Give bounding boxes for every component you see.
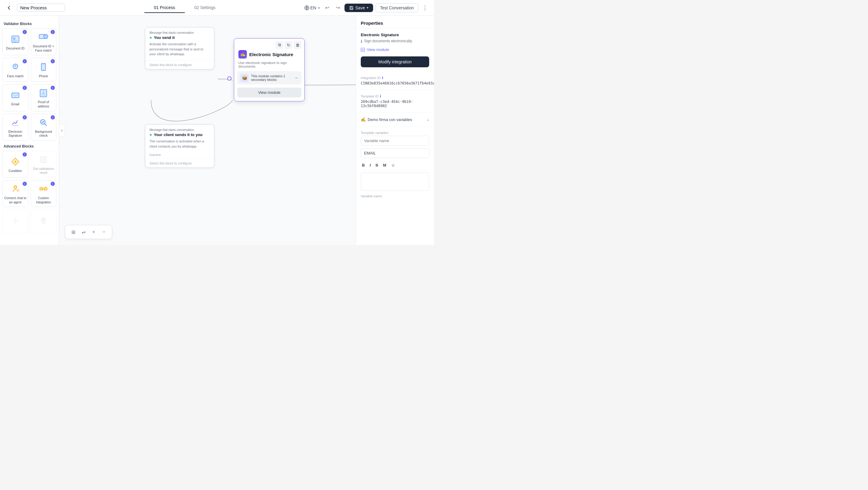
block-label: Get validations result	[32, 167, 55, 175]
node-footer: Select this block to configure	[145, 159, 214, 168]
esig-toolbar: ⧉ ↻ 🗑	[234, 39, 304, 49]
block-label: Proof of address	[32, 100, 55, 108]
esig-module-arrow-icon[interactable]: →	[293, 75, 299, 81]
block-background-check[interactable]: i Background check	[31, 114, 57, 141]
block-face-match[interactable]: i Face match	[2, 58, 28, 82]
node-start-you[interactable]: Message that starts conversation ● You s…	[145, 27, 214, 69]
save-chevron-icon: ▾	[367, 6, 368, 9]
share-button[interactable]: ⇌	[79, 227, 88, 237]
block-label: Document ID	[6, 47, 24, 51]
esig-refresh-button[interactable]: ↻	[284, 41, 292, 49]
get-validations-icon	[38, 154, 49, 165]
tab-settings[interactable]: 02 Settings	[185, 3, 225, 13]
more-menu-button[interactable]: ⋮	[421, 4, 429, 12]
zoom-out-button[interactable]: −	[99, 227, 109, 237]
esig-card[interactable]: ⧉ ↻ 🗑 ✍ Electronic Signature Use electro…	[234, 38, 305, 102]
process-title-input[interactable]	[17, 4, 65, 12]
block-email[interactable]: i Email	[2, 84, 28, 111]
esig-delete-button[interactable]: 🗑	[293, 41, 301, 49]
node-title: ● Your client sends it to you	[150, 132, 210, 137]
redo-button[interactable]: ↪	[334, 4, 342, 12]
block-document-id-face[interactable]: i Document ID + Face match	[31, 28, 57, 55]
block-info-icon: i	[23, 30, 27, 34]
svg-point-9	[45, 35, 47, 37]
condition-icon	[10, 156, 21, 167]
test-button[interactable]: Test Conversation	[375, 3, 418, 12]
document-id-icon	[10, 34, 21, 45]
zoom-in-button[interactable]: +	[89, 227, 98, 237]
demo-label: Demo firma con variables	[368, 117, 412, 122]
block-label: Email	[11, 102, 19, 107]
block-info-icon: i	[23, 152, 27, 156]
block-info-icon: i	[23, 86, 27, 90]
esig-module-row[interactable]: 📦 This module contains 1 secondary block…	[237, 71, 301, 85]
proof-address-icon	[38, 87, 49, 98]
block-info-icon: i	[51, 182, 55, 186]
background-check-icon	[38, 117, 49, 128]
block-info-icon: i	[23, 115, 27, 119]
block-label: Connect chat to an agent	[4, 196, 27, 204]
block-electronic-signature[interactable]: i Electronic Signature	[2, 114, 28, 141]
block-label: Face match	[7, 74, 24, 79]
strikethrough-button[interactable]: S	[374, 162, 379, 168]
undo-button[interactable]: ↩	[323, 4, 331, 12]
demo-signature-icon: ✍	[361, 117, 366, 122]
fit-view-button[interactable]: ⊞	[68, 227, 78, 237]
emoji-button[interactable]: ☺	[390, 162, 396, 168]
block-label: Document ID + Face match	[32, 45, 55, 53]
template-id-label: Template ID ℹ	[361, 94, 429, 98]
canvas-toolbar: ⊞ ⇌ + −	[65, 225, 112, 239]
block-info-icon: i	[23, 59, 27, 63]
block-info-icon: i	[51, 30, 55, 34]
props-view-module-button[interactable]: View module	[361, 47, 389, 52]
block-document-id[interactable]: i Document ID	[2, 28, 28, 55]
bold-button[interactable]: B	[361, 162, 366, 168]
esig-copy-button[interactable]: ⧉	[276, 41, 283, 49]
block-custom-integration[interactable]: i Custom integration	[31, 180, 57, 207]
esig-title: Electronic Signature	[249, 52, 293, 57]
block-condition[interactable]: i Condition	[2, 151, 28, 178]
italic-button[interactable]: I	[368, 162, 372, 168]
svg-rect-23	[44, 188, 47, 190]
block-phone[interactable]: i Phone	[31, 58, 57, 82]
esig-view-module-button[interactable]: View module	[237, 87, 301, 97]
block-connect-agent[interactable]: i Connect chat to an agent	[2, 180, 28, 207]
block-label: Condition	[9, 169, 22, 173]
back-button[interactable]	[5, 4, 13, 12]
save-label: Save	[355, 5, 365, 10]
topbar-right: EN ↩ ↪ Save ▾ Test Conversation ⋮	[304, 3, 429, 12]
demo-download-icon[interactable]: ↓	[427, 117, 429, 122]
sidebar-collapse-handle[interactable]: ‹	[59, 124, 65, 136]
tab-process[interactable]: 01 Process	[144, 3, 185, 13]
esig-header: ✍ Electronic Signature	[234, 49, 304, 61]
location-icon	[38, 215, 49, 226]
node-title: ● You send it	[150, 35, 210, 40]
text-format-toolbar: B I S M ☺	[361, 161, 429, 170]
svg-rect-20	[40, 156, 46, 163]
block-proof-of-address[interactable]: i Proof of address	[31, 84, 57, 111]
node-start-client[interactable]: Message that starts conversation ● Your …	[145, 124, 214, 168]
document-id-face-icon	[38, 32, 49, 42]
node-body: Activate the conversation with a persona…	[145, 41, 214, 60]
variable-name-input[interactable]	[361, 136, 429, 146]
language-button[interactable]: EN	[304, 5, 320, 10]
props-section-title: Electronic Signature	[361, 33, 429, 37]
svg-point-11	[14, 65, 16, 67]
block-info-icon: i	[51, 59, 55, 63]
template-vars-section: Template variables B I S M ☺ Variable na…	[356, 127, 434, 203]
variable-value-input[interactable]	[361, 148, 429, 158]
whatsapp-icon: ●	[150, 132, 152, 137]
canvas: ‹ Message that starts conversation ● You…	[59, 16, 355, 245]
node-inactive: Inactive	[145, 152, 214, 159]
variable-text-area[interactable]	[361, 173, 429, 191]
template-id-value: 269cdba7-c3ed-454c-9b19-13c5bf8d8902	[361, 99, 429, 108]
node-footer: Select this block to configure	[145, 60, 214, 69]
monospace-button[interactable]: M	[382, 162, 388, 168]
save-button[interactable]: Save ▾	[344, 4, 373, 12]
esig-module-text: This module contains 1 secondary blocks	[251, 74, 291, 82]
modify-integration-button[interactable]: Modify integration	[361, 56, 429, 67]
svg-rect-4	[13, 37, 16, 40]
email-icon	[10, 90, 21, 100]
svg-rect-15	[12, 93, 19, 98]
electronic-signature-icon	[10, 117, 21, 128]
